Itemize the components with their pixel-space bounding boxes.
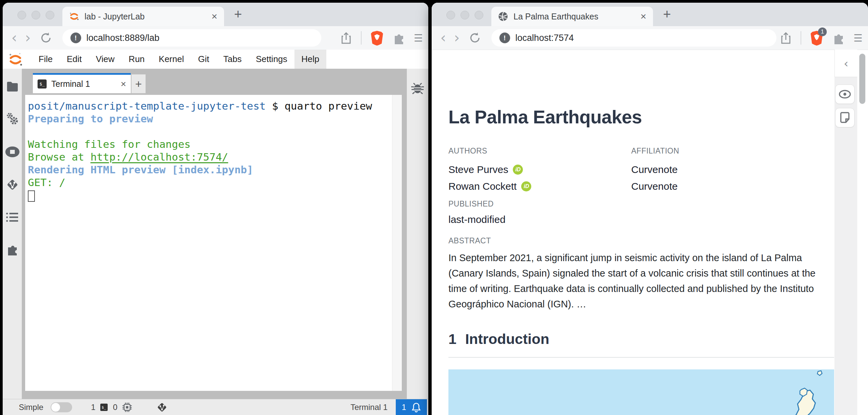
reload-button[interactable] xyxy=(39,32,52,44)
kernel-chip-icon xyxy=(122,402,132,412)
site-info-icon[interactable]: ! xyxy=(70,33,81,43)
site-info-icon[interactable]: ! xyxy=(499,33,510,43)
table-of-contents-icon[interactable] xyxy=(6,212,19,222)
jupyterlab-dock: $_ Terminal 1 × + posit/manuscript-templ… xyxy=(3,69,428,399)
bell-icon xyxy=(411,402,421,412)
menu-git[interactable]: Git xyxy=(191,50,216,69)
jupyter-logo xyxy=(8,51,23,67)
share-icon[interactable] xyxy=(340,31,352,44)
browser-tabstrip: La Palma Earthquakes × + xyxy=(432,3,868,26)
running-sessions-icon[interactable] xyxy=(5,147,20,157)
menu-settings[interactable]: Settings xyxy=(249,50,294,69)
chevron-left-icon: ‹ xyxy=(844,57,848,70)
git-status-icon[interactable] xyxy=(156,402,168,413)
preview-url-link[interactable]: http://localhost:7574/ xyxy=(91,151,228,163)
abstract-block: ABSTRACT In September 2021, a significan… xyxy=(448,236,834,312)
notifications-badge[interactable]: 1 xyxy=(396,399,427,415)
orcid-icon[interactable]: iD xyxy=(513,165,523,174)
close-window-button[interactable] xyxy=(18,11,26,20)
file-browser-icon[interactable] xyxy=(6,82,19,92)
toolbar-separator xyxy=(361,31,362,44)
forward-button[interactable]: › xyxy=(25,31,31,45)
notification-count: 1 xyxy=(402,403,406,412)
terminal-cwd: posit/manuscript-template-jupyter-test xyxy=(28,100,266,112)
toolbar-separator xyxy=(801,31,801,44)
menu-file[interactable]: File xyxy=(32,50,60,69)
terminal-tab-close-icon[interactable]: × xyxy=(121,79,126,90)
reload-button[interactable] xyxy=(469,32,481,44)
browser-tab-lapalma[interactable]: La Palma Earthquakes × xyxy=(491,7,653,26)
minimize-window-button[interactable] xyxy=(32,11,40,20)
jupyterlab-right-sidebar xyxy=(407,69,428,399)
share-icon[interactable] xyxy=(780,31,792,44)
add-dock-tab-button[interactable]: + xyxy=(131,74,146,93)
section-divider xyxy=(448,357,834,358)
brave-shield-icon[interactable] xyxy=(370,30,384,45)
jupyterlab-statusbar: Simple 1 $_ 0 Terminal 1 1 xyxy=(3,399,428,415)
address-bar[interactable]: ! localhost:8889/lab xyxy=(62,29,321,46)
simple-mode-toggle[interactable] xyxy=(51,402,72,412)
affiliation-label: AFFILIATION xyxy=(631,147,679,161)
menu-view[interactable]: View xyxy=(89,50,122,69)
shield-count-badge: 1 xyxy=(818,28,827,36)
terminal-command: $ quarto preview xyxy=(266,100,372,112)
address-bar[interactable]: ! localhost:7574 xyxy=(491,29,776,46)
menu-kernel[interactable]: Kernel xyxy=(152,50,191,69)
forward-button[interactable]: › xyxy=(454,31,460,45)
debugger-bug-icon[interactable] xyxy=(411,82,424,94)
menu-run[interactable]: Run xyxy=(122,50,152,69)
menu-help[interactable]: Help xyxy=(294,50,326,69)
terminal-scrollbar[interactable] xyxy=(392,95,402,391)
toggle-visibility-button[interactable] xyxy=(835,85,855,104)
author-affiliation: Curvenote xyxy=(631,178,679,195)
menu-edit[interactable]: Edit xyxy=(60,50,89,69)
browser-menu-icon[interactable]: ☰ xyxy=(854,32,863,44)
new-tab-button[interactable]: + xyxy=(234,7,242,22)
git-icon[interactable] xyxy=(6,178,19,191)
map-water xyxy=(448,370,834,415)
browser-menu-icon[interactable]: ☰ xyxy=(414,32,423,44)
tab-close-icon[interactable]: × xyxy=(207,11,217,22)
url-text[interactable]: localhost:7574 xyxy=(516,33,574,43)
page-title: La Palma Earthquakes xyxy=(448,106,642,128)
current-activity-label[interactable]: Terminal 1 xyxy=(350,403,388,412)
zoom-window-button[interactable] xyxy=(474,11,483,20)
tab-close-icon[interactable]: × xyxy=(636,11,646,22)
frontmatter-block: AUTHORS Steve Purves iD Rowan Cockett iD… xyxy=(448,147,679,195)
annotations-button[interactable] xyxy=(835,108,855,127)
author-name: Steve Purves xyxy=(448,164,508,175)
terminal-dock-tab[interactable]: $_ Terminal 1 × xyxy=(33,73,131,93)
minimize-window-button[interactable] xyxy=(461,11,469,20)
author-row: Steve Purves iD xyxy=(448,161,631,178)
extensions-puzzle-icon[interactable] xyxy=(393,32,405,44)
orcid-icon[interactable]: iD xyxy=(521,181,531,191)
property-inspector-gears-icon[interactable] xyxy=(6,112,19,126)
kernels-count: 0 xyxy=(113,403,117,412)
collapse-panel-button[interactable]: ‹ xyxy=(834,50,857,77)
back-button[interactable]: ‹ xyxy=(11,31,17,45)
jupyterlab-menubar: File Edit View Run Kernel Git Tabs Setti… xyxy=(3,50,428,69)
browser-tab-jupyterlab[interactable]: lab - JupyterLab × xyxy=(62,7,224,26)
menu-tabs[interactable]: Tabs xyxy=(216,50,249,69)
new-tab-button[interactable]: + xyxy=(663,7,671,22)
page-scrollbar[interactable] xyxy=(859,54,865,104)
close-window-button[interactable] xyxy=(446,11,455,20)
authors-label: AUTHORS xyxy=(448,147,631,161)
tab-title: La Palma Earthquakes xyxy=(514,12,636,22)
back-button[interactable]: ‹ xyxy=(440,31,446,45)
extensions-puzzle-icon[interactable] xyxy=(832,32,845,44)
window-controls[interactable] xyxy=(18,11,54,20)
terminal-panel: posit/manuscript-template-jupyter-test $… xyxy=(25,95,402,391)
terminal-line-get: GET: / xyxy=(28,176,65,188)
jupyter-favicon xyxy=(69,11,79,22)
window-controls[interactable] xyxy=(446,11,483,20)
author-name: Rowan Cockett xyxy=(448,181,517,192)
zoom-window-button[interactable] xyxy=(45,11,54,20)
published-block: PUBLISHED last-modified xyxy=(448,199,505,225)
extension-manager-icon[interactable] xyxy=(6,243,19,256)
eye-icon xyxy=(838,90,851,99)
author-affiliation: Curvenote xyxy=(631,161,679,178)
terminal-cursor xyxy=(28,190,35,202)
terminal-output[interactable]: posit/manuscript-template-jupyter-test $… xyxy=(28,100,391,202)
url-text[interactable]: localhost:8889/lab xyxy=(87,33,160,43)
